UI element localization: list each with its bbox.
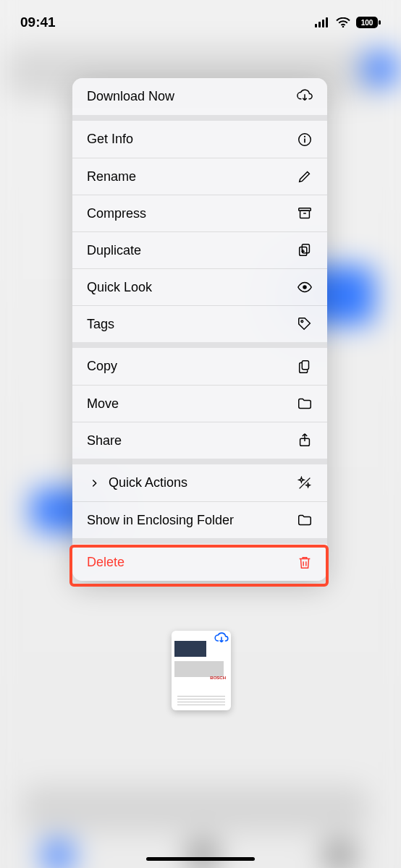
svg-rect-0 xyxy=(315,24,317,27)
menu-item-duplicate[interactable]: Duplicate xyxy=(72,231,327,268)
file-preview-thumbnail[interactable]: BOSCH xyxy=(172,631,231,710)
svg-rect-3 xyxy=(326,17,328,27)
svg-rect-1 xyxy=(318,22,321,27)
menu-item-compress[interactable]: Compress xyxy=(72,195,327,231)
svg-rect-6 xyxy=(379,20,381,25)
menu-item-label: Quick Actions xyxy=(109,475,297,490)
cellular-icon xyxy=(314,14,330,30)
preview-brand: BOSCH xyxy=(210,676,226,680)
menu-item-getinfo[interactable]: Get Info xyxy=(72,121,327,158)
battery-icon: 100 xyxy=(356,14,381,30)
menu-item-share[interactable]: Share xyxy=(72,422,327,459)
menu-item-label: Tags xyxy=(87,317,297,332)
trash-icon xyxy=(297,555,313,571)
menu-item-label: Quick Look xyxy=(87,280,297,295)
menu-item-download[interactable]: Download Now xyxy=(72,78,327,115)
menu-item-move[interactable]: Move xyxy=(72,385,327,422)
svg-rect-2 xyxy=(322,20,324,27)
context-menu: Download NowGet InfoRenameCompressDuplic… xyxy=(72,78,327,581)
cloud-download-icon xyxy=(214,632,229,647)
menu-item-tags[interactable]: Tags xyxy=(72,305,327,342)
chevron-right-icon xyxy=(87,475,103,491)
menu-item-label: Get Info xyxy=(87,132,297,147)
pencil-icon xyxy=(297,169,313,184)
menu-item-label: Move xyxy=(87,396,297,412)
sparkles-icon xyxy=(297,475,313,491)
menu-item-label: Copy xyxy=(87,359,297,374)
wifi-icon xyxy=(335,14,351,30)
eye-icon xyxy=(297,279,313,295)
menu-item-quickactions[interactable]: Quick Actions xyxy=(72,464,327,501)
menu-item-label: Share xyxy=(87,433,297,448)
status-time: 09:41 xyxy=(20,14,56,30)
menu-item-copy[interactable]: Copy xyxy=(72,348,327,385)
duplicate-icon xyxy=(297,242,313,258)
menu-item-rename[interactable]: Rename xyxy=(72,158,327,195)
menu-item-quicklook[interactable]: Quick Look xyxy=(72,268,327,305)
cloud-download-icon xyxy=(297,89,313,105)
menu-item-label: Show in Enclosing Folder xyxy=(87,513,297,528)
folder-icon xyxy=(297,396,313,412)
status-bar: 09:41 100 xyxy=(0,0,401,39)
tag-icon xyxy=(297,316,313,332)
menu-item-delete[interactable]: Delete xyxy=(72,544,327,581)
menu-item-label: Rename xyxy=(87,169,297,184)
menu-item-enclosing[interactable]: Show in Enclosing Folder xyxy=(72,501,327,538)
info-icon xyxy=(297,132,313,148)
share-icon xyxy=(297,433,313,448)
menu-item-label: Duplicate xyxy=(87,243,297,258)
folder-icon xyxy=(297,512,313,528)
menu-item-label: Compress xyxy=(87,206,297,221)
menu-item-label: Delete xyxy=(87,555,297,570)
copy-icon xyxy=(297,359,313,375)
menu-item-label: Download Now xyxy=(87,89,297,104)
home-indicator xyxy=(146,857,255,861)
battery-level: 100 xyxy=(361,19,373,27)
svg-point-4 xyxy=(342,26,345,27)
archive-icon xyxy=(297,205,313,221)
